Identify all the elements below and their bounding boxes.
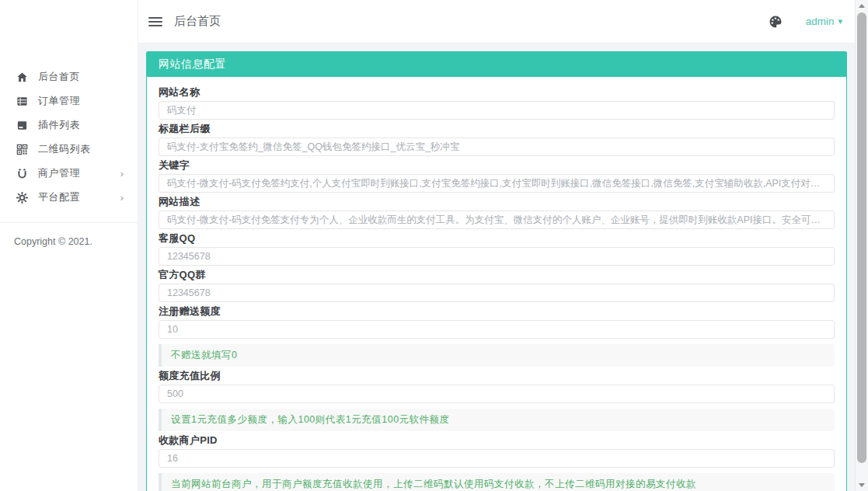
field-label: 官方QQ群 xyxy=(159,269,835,280)
sidebar-item-orders[interactable]: 订单管理 xyxy=(0,89,138,113)
register-bonus-input[interactable] xyxy=(159,320,835,339)
user-dropdown[interactable]: admin ▾ xyxy=(806,16,842,27)
card-title: 网站信息配置 xyxy=(147,52,846,77)
sidebar-item-platform-config[interactable]: 平台配置 › xyxy=(0,186,138,209)
field-label: 客服QQ xyxy=(159,232,835,244)
home-icon xyxy=(16,71,28,83)
sidebar-item-label: 插件列表 xyxy=(38,118,80,132)
chevron-right-icon: › xyxy=(120,169,124,179)
copyright-text: Copyright © 2021. xyxy=(0,223,138,260)
scrollbar-thumb[interactable] xyxy=(857,12,866,463)
field-label: 收款商户PID xyxy=(159,434,835,446)
chevron-right-icon: › xyxy=(120,193,124,203)
form-field-register-bonus: 注册赠送额度 不赠送就填写0 xyxy=(159,305,835,367)
form-field-description: 网站描述 xyxy=(159,196,835,229)
field-hint: 设置1元充值多少额度，输入100则代表1元充值100元软件额度 xyxy=(159,409,835,431)
sidebar-item-qrcodes[interactable]: 二维码列表 xyxy=(0,138,138,161)
caret-down-icon: ▾ xyxy=(838,16,842,26)
field-label: 网站名称 xyxy=(159,86,835,98)
sidebar-item-label: 商户管理 xyxy=(38,166,80,180)
recharge-ratio-input[interactable] xyxy=(159,385,835,403)
field-label: 额度充值比例 xyxy=(159,370,835,381)
topbar-right: admin ▾ xyxy=(769,15,842,29)
plugins-icon xyxy=(16,119,28,131)
merchants-icon xyxy=(16,167,28,179)
sidebar-item-label: 后台首页 xyxy=(38,70,80,84)
site-name-input[interactable] xyxy=(159,101,835,120)
form-field-merchant-pid: 收款商户PID 当前网站前台商户，用于商户额度充值收款使用，上传二维码默认使用码… xyxy=(159,434,835,491)
scroll-down-arrow[interactable] xyxy=(856,479,868,491)
hamburger-icon[interactable] xyxy=(148,17,162,26)
app-window: 后台首页 订单管理 插件列表 二维码列表 xyxy=(0,0,855,491)
official-qq-group-input[interactable] xyxy=(159,284,835,302)
page-title: 后台首页 xyxy=(174,14,221,29)
sidebar: 后台首页 订单管理 插件列表 二维码列表 xyxy=(0,0,138,491)
palette-icon[interactable] xyxy=(769,15,783,29)
sidebar-nav: 后台首页 订单管理 插件列表 二维码列表 xyxy=(0,0,138,210)
form-field-site-name: 网站名称 xyxy=(159,86,835,120)
field-label: 关键字 xyxy=(159,159,835,171)
sidebar-item-label: 平台配置 xyxy=(38,190,80,204)
form-field-keywords: 关键字 xyxy=(159,159,835,193)
content-area: 网站信息配置 网站名称 标题栏后缀 关键字 网 xyxy=(138,44,855,491)
field-hint: 当前网站前台商户，用于商户额度充值收款使用，上传二维码默认使用码支付收款，不上传… xyxy=(159,473,835,491)
sidebar-item-dashboard[interactable]: 后台首页 xyxy=(0,65,138,89)
settings-icon xyxy=(16,191,28,204)
sidebar-item-plugins[interactable]: 插件列表 xyxy=(0,113,138,137)
form-field-official-qq-group: 官方QQ群 xyxy=(159,269,835,302)
sidebar-item-label: 二维码列表 xyxy=(38,142,91,156)
orders-icon xyxy=(16,95,28,107)
form-field-service-qq: 客服QQ xyxy=(159,232,835,266)
site-config-form: 网站名称 标题栏后缀 关键字 网站描述 xyxy=(147,77,846,491)
sidebar-item-label: 订单管理 xyxy=(38,94,80,108)
field-hint: 不赠送就填写0 xyxy=(159,344,835,367)
description-input[interactable] xyxy=(159,211,835,229)
main-column: 后台首页 admin ▾ 网站信息配置 网站名称 xyxy=(138,0,855,491)
topbar: 后台首页 admin ▾ xyxy=(138,0,855,44)
field-label: 标题栏后缀 xyxy=(159,123,835,134)
scroll-up-arrow[interactable] xyxy=(856,0,868,12)
site-config-card: 网站信息配置 网站名称 标题栏后缀 关键字 网 xyxy=(146,51,847,491)
keywords-input[interactable] xyxy=(159,174,835,193)
title-suffix-input[interactable] xyxy=(159,138,835,156)
username: admin xyxy=(806,16,835,27)
qrcode-icon xyxy=(16,143,28,155)
sidebar-item-merchants[interactable]: 商户管理 › xyxy=(0,162,138,185)
vertical-scrollbar[interactable] xyxy=(855,0,868,491)
merchant-pid-input[interactable] xyxy=(159,449,835,468)
service-qq-input[interactable] xyxy=(159,247,835,266)
field-label: 注册赠送额度 xyxy=(159,305,835,317)
field-label: 网站描述 xyxy=(159,196,835,207)
form-field-recharge-ratio: 额度充值比例 设置1元充值多少额度，输入100则代表1元充值100元软件额度 xyxy=(159,370,835,431)
form-field-title-suffix: 标题栏后缀 xyxy=(159,123,835,156)
